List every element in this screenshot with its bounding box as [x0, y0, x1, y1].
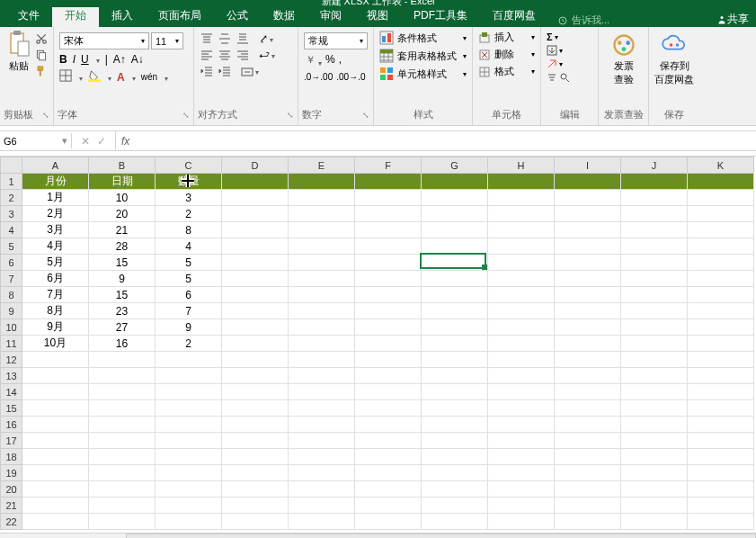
cell-G11[interactable] [422, 336, 488, 352]
merge-button[interactable] [241, 65, 259, 77]
cell-J10[interactable] [621, 319, 688, 336]
cell-J5[interactable] [621, 238, 688, 255]
phonetic-button[interactable]: wén [141, 72, 157, 82]
cell-E19[interactable] [289, 465, 355, 481]
cell-C10[interactable]: 9 [156, 319, 222, 336]
insert-function-button[interactable]: fx [116, 135, 135, 148]
cell-F14[interactable] [355, 384, 422, 400]
format-cells-button[interactable]: 格式▾ [476, 63, 537, 80]
cell-G22[interactable] [422, 514, 488, 530]
cell-F20[interactable] [355, 481, 422, 498]
cell-H1[interactable] [488, 174, 555, 190]
cell-H21[interactable] [488, 498, 555, 514]
font-name-select[interactable]: 宋体▾ [59, 32, 149, 49]
number-launcher[interactable]: ⤡ [362, 111, 369, 120]
cell-F12[interactable] [355, 352, 422, 368]
cell-D12[interactable] [222, 352, 289, 368]
copy-button[interactable] [35, 49, 48, 61]
row-header-19[interactable]: 19 [1, 465, 22, 481]
cell-F15[interactable] [355, 400, 422, 417]
cell-D3[interactable] [222, 206, 289, 222]
fill-button[interactable]: ▾ [547, 45, 592, 56]
cell-D14[interactable] [222, 384, 289, 400]
cell-F1[interactable] [355, 174, 422, 190]
cell-G18[interactable] [422, 449, 488, 465]
fill-color-button[interactable] [88, 69, 101, 85]
cell-H10[interactable] [488, 319, 555, 336]
name-box[interactable]: G6▾ [0, 133, 72, 148]
cell-A7[interactable]: 6月 [22, 271, 89, 287]
cell-D9[interactable] [222, 303, 289, 319]
cell-F22[interactable] [355, 514, 422, 530]
orientation-button[interactable]: ⤤ [259, 32, 273, 45]
cell-K9[interactable] [688, 303, 754, 319]
cell-A13[interactable] [22, 368, 89, 384]
cell-F10[interactable] [355, 319, 422, 336]
cell-C18[interactable] [156, 449, 222, 465]
find-select-button[interactable] [559, 72, 570, 85]
cell-A6[interactable]: 5月 [22, 255, 89, 271]
cell-I17[interactable] [555, 433, 621, 449]
cell-A2[interactable]: 1月 [22, 190, 89, 206]
cell-A21[interactable] [22, 498, 89, 514]
row-header-21[interactable]: 21 [1, 498, 22, 514]
cell-J7[interactable] [621, 271, 688, 287]
cell-I13[interactable] [555, 368, 621, 384]
font-color-button[interactable]: A [117, 71, 125, 84]
row-header-8[interactable]: 8 [1, 287, 22, 303]
cell-B10[interactable]: 27 [89, 319, 156, 336]
cell-D18[interactable] [222, 449, 289, 465]
tab-数据[interactable]: 数据 [261, 4, 307, 27]
tab-开始[interactable]: 开始 [52, 4, 99, 27]
select-all-corner[interactable] [1, 157, 22, 174]
cell-K21[interactable] [688, 498, 754, 514]
cell-E13[interactable] [289, 368, 355, 384]
cell-J22[interactable] [621, 514, 688, 530]
cell-G16[interactable] [422, 417, 488, 433]
cell-E16[interactable] [289, 417, 355, 433]
cell-F16[interactable] [355, 417, 422, 433]
column-header-E[interactable]: E [289, 157, 355, 174]
cell-J9[interactable] [621, 303, 688, 319]
cell-G9[interactable] [422, 303, 488, 319]
cell-C7[interactable]: 5 [156, 271, 222, 287]
cell-H14[interactable] [488, 384, 555, 400]
format-as-table-button[interactable]: 套用表格格式▾ [378, 47, 468, 65]
cell-H16[interactable] [488, 417, 555, 433]
comma-button[interactable]: , [339, 53, 342, 68]
cell-E14[interactable] [289, 384, 355, 400]
cell-G20[interactable] [422, 481, 488, 498]
cell-K15[interactable] [688, 400, 754, 417]
cell-A16[interactable] [22, 417, 89, 433]
format-painter-button[interactable] [35, 65, 48, 77]
cell-H15[interactable] [488, 400, 555, 417]
cell-H8[interactable] [488, 287, 555, 303]
cell-D7[interactable] [222, 271, 289, 287]
cell-D20[interactable] [222, 481, 289, 498]
cell-D19[interactable] [222, 465, 289, 481]
sort-filter-button[interactable] [547, 72, 557, 85]
row-header-11[interactable]: 11 [1, 336, 22, 352]
cell-J8[interactable] [621, 287, 688, 303]
cell-K3[interactable] [688, 206, 754, 222]
cell-I7[interactable] [555, 271, 621, 287]
cell-G12[interactable] [422, 352, 488, 368]
row-header-3[interactable]: 3 [1, 206, 22, 222]
cell-H18[interactable] [488, 449, 555, 465]
column-header-B[interactable]: B [89, 157, 156, 174]
cell-E9[interactable] [289, 303, 355, 319]
cell-C2[interactable]: 3 [156, 190, 222, 206]
cell-K19[interactable] [688, 465, 754, 481]
cell-D6[interactable] [222, 255, 289, 271]
cell-G2[interactable] [422, 190, 488, 206]
cell-K22[interactable] [688, 514, 754, 530]
cell-K5[interactable] [688, 238, 754, 255]
cell-A1[interactable]: 月份 [22, 174, 89, 190]
row-header-9[interactable]: 9 [1, 303, 22, 319]
column-header-K[interactable]: K [688, 157, 754, 174]
cell-D2[interactable] [222, 190, 289, 206]
cell-E8[interactable] [289, 287, 355, 303]
number-format-select[interactable]: 常规▾ [304, 32, 368, 49]
cell-I11[interactable] [555, 336, 621, 352]
cell-B16[interactable] [89, 417, 156, 433]
